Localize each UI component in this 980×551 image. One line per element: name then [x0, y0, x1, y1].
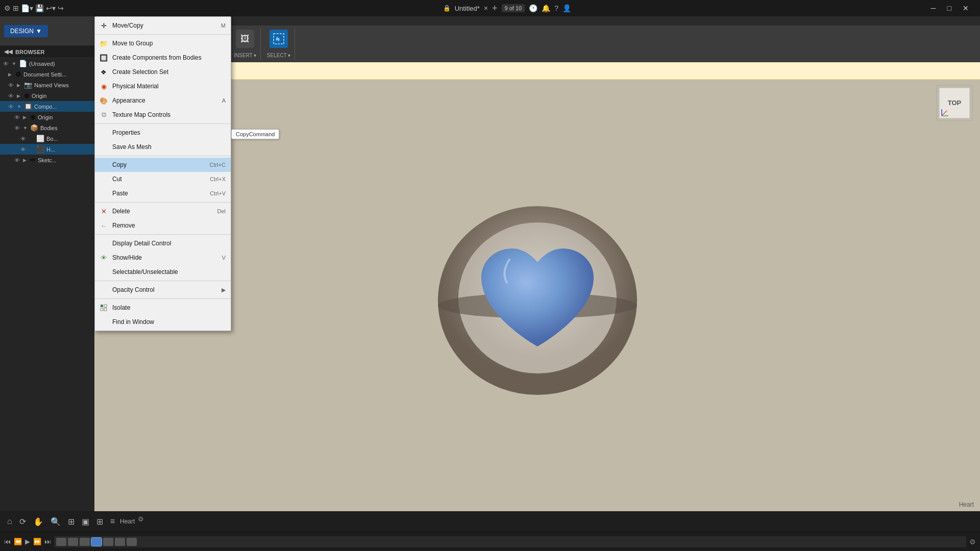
cm-appearance[interactable]: 🎨 Appearance A [95, 93, 231, 108]
cm-find-window[interactable]: Find in Window [95, 315, 231, 329]
document-close[interactable]: × [484, 4, 488, 12]
cm-create-selection[interactable]: ❖ Create Selection Set [95, 65, 231, 79]
fit-icon[interactable]: ⊞ [66, 516, 77, 528]
opacity-icon [99, 285, 108, 294]
grid-icon[interactable]: ⊞ [13, 4, 19, 12]
insert-label[interactable]: INSERT ▾ [234, 53, 256, 58]
display-icon[interactable]: ▣ [80, 516, 91, 528]
close-btn[interactable]: ✕ [958, 3, 974, 13]
tree-item-origin[interactable]: 👁 ▶ ⊕ Origin [0, 90, 94, 101]
tree-item-body1[interactable]: 👁 ⬜ Bo... [0, 133, 94, 144]
timeline-settings-icon[interactable]: ⚙ [969, 538, 976, 546]
select-icon[interactable] [270, 30, 288, 48]
tl-block-2[interactable] [68, 538, 78, 546]
zoom-icon[interactable]: 🔍 [48, 516, 63, 528]
eye-icon[interactable]: 👁 [14, 157, 20, 163]
cm-move-group[interactable]: 📁 Move to Group [95, 36, 231, 51]
tree-item-body2[interactable]: 👁 ⬛ H... [0, 144, 94, 155]
viewport-object-label: Heart [959, 501, 974, 508]
tl-block-6[interactable] [115, 538, 125, 546]
home-view-icon[interactable]: ⌂ [5, 516, 14, 527]
cm-opacity[interactable]: Opacity Control ▶ [95, 283, 231, 297]
add-tab-btn[interactable]: + [492, 3, 498, 14]
insert-icon[interactable]: 🖼 [236, 30, 254, 48]
tl-next-btn[interactable]: ⏩ [33, 538, 41, 545]
cm-save-mesh[interactable]: Save As Mesh [95, 140, 231, 154]
tree-item-origin2[interactable]: 👁 ▶ ⊕ Origin [0, 112, 94, 122]
eye-icon[interactable]: 👁 [8, 93, 14, 99]
tree-item-docsettings[interactable]: ▶ ⚙ Document Setti... [0, 69, 94, 80]
nav-cube[interactable]: TOP [934, 83, 975, 123]
texture-icon: ⧉ [99, 110, 108, 119]
stats-icon[interactable]: ≡ [108, 516, 117, 527]
cm-display-detail[interactable]: Display Detail Control [95, 236, 231, 251]
eye-icon[interactable]: 👁 [14, 125, 20, 131]
tl-block-1[interactable] [56, 538, 66, 546]
eye-icon[interactable]: 👁 [3, 61, 9, 67]
cm-move-copy[interactable]: ✛ Move/Copy M [95, 18, 231, 33]
tl-prev-btn[interactable]: ⏪ [14, 538, 22, 545]
cm-physical-material[interactable]: ◉ Physical Material [95, 79, 231, 93]
design-button[interactable]: DESIGN ▼ [4, 25, 48, 37]
tree-label: Named Views [34, 82, 69, 88]
context-menu: ✛ Move/Copy M 📁 Move to Group 🔲 Create C… [94, 16, 231, 331]
tree-item-bodies[interactable]: 👁 ▼ 📦 Bodies [0, 122, 94, 133]
create-sel-icon: ❖ [99, 67, 108, 77]
eye-icon[interactable]: 👁 [8, 104, 14, 110]
maximize-btn[interactable]: □ [942, 3, 957, 13]
cm-cut[interactable]: Cut Ctrl+X [95, 172, 231, 186]
tree-item-namedviews[interactable]: 👁 ▶ 📷 Named Views [0, 80, 94, 90]
tl-start-btn[interactable]: ⏮ [4, 538, 11, 545]
separator [95, 156, 231, 156]
move-copy-icon: ✛ [99, 21, 108, 30]
cm-properties[interactable]: Properties [95, 126, 231, 140]
pan-icon[interactable]: ✋ [31, 516, 45, 528]
cm-label: Move/Copy [112, 22, 143, 29]
eye-icon[interactable]: 👁 [14, 114, 20, 120]
tl-block-3[interactable] [80, 538, 90, 546]
settings-cog-icon[interactable]: ⚙ [138, 515, 150, 528]
eye-icon[interactable]: 👁 [8, 82, 14, 88]
tl-block-5[interactable] [103, 538, 113, 546]
tree-item-unsaved[interactable]: 👁 ▼ 📄 (Unsaved) [0, 58, 94, 69]
tree-label: Sketc... [38, 157, 57, 163]
redo-icon[interactable]: ↪ [58, 4, 64, 12]
timeline-track[interactable] [54, 536, 966, 547]
grid-icon2[interactable]: ⊞ [94, 516, 105, 528]
settings-icon: ⚙ [15, 70, 21, 78]
orbit-icon[interactable]: ⟳ [17, 516, 28, 528]
tree-arrow: ▼ [12, 61, 17, 66]
tree-item-component[interactable]: 👁 ▼ 🔲 Compo... [0, 101, 94, 112]
cm-isolate[interactable]: Isolate [95, 300, 231, 315]
cm-paste[interactable]: Paste Ctrl+V [95, 186, 231, 201]
cm-selectable[interactable]: Selectable/Unselectable [95, 265, 231, 279]
user-icon[interactable]: 👤 [562, 4, 571, 12]
document-title[interactable]: Untitled* [455, 5, 480, 12]
cm-show-hide[interactable]: 👁 Show/Hide V [95, 251, 231, 265]
cm-create-components[interactable]: 🔲 Create Components from Bodies [95, 51, 231, 65]
help-icon[interactable]: ? [554, 4, 558, 12]
minimize-btn[interactable]: ─ [926, 3, 941, 13]
tree-item-sketch[interactable]: 👁 ▶ ✏ Sketc... [0, 155, 94, 165]
tl-end-btn[interactable]: ⏭ [44, 538, 51, 545]
delete-icon: ✕ [99, 207, 108, 216]
cm-copy[interactable]: Copy Ctrl+C [95, 158, 231, 172]
save-icon[interactable]: 💾 [35, 4, 44, 12]
move-group-icon: 📁 [99, 39, 108, 48]
select-label[interactable]: SELECT ▾ [267, 53, 290, 58]
cm-texture-map[interactable]: ⧉ Texture Map Controls [95, 108, 231, 122]
undo-icon[interactable]: ↩▾ [46, 4, 56, 12]
history-icon[interactable]: 🕐 [529, 4, 537, 12]
notification-icon[interactable]: 🔔 [542, 4, 550, 12]
eye-icon[interactable]: 👁 [20, 146, 26, 153]
cm-remove[interactable]: ← Remove [95, 218, 231, 233]
eye-icon[interactable]: 👁 [20, 136, 26, 142]
insert-icons: 🖼 [236, 30, 254, 48]
separator [95, 202, 231, 203]
tl-block-7[interactable] [127, 538, 137, 546]
tl-block-4[interactable] [91, 538, 102, 546]
cm-delete[interactable]: ✕ Delete Del [95, 204, 231, 218]
browser-collapse-icon[interactable]: ◀◀ [4, 48, 12, 55]
new-file-icon[interactable]: 📄▾ [21, 4, 33, 12]
tl-play-btn[interactable]: ▶ [25, 538, 30, 545]
